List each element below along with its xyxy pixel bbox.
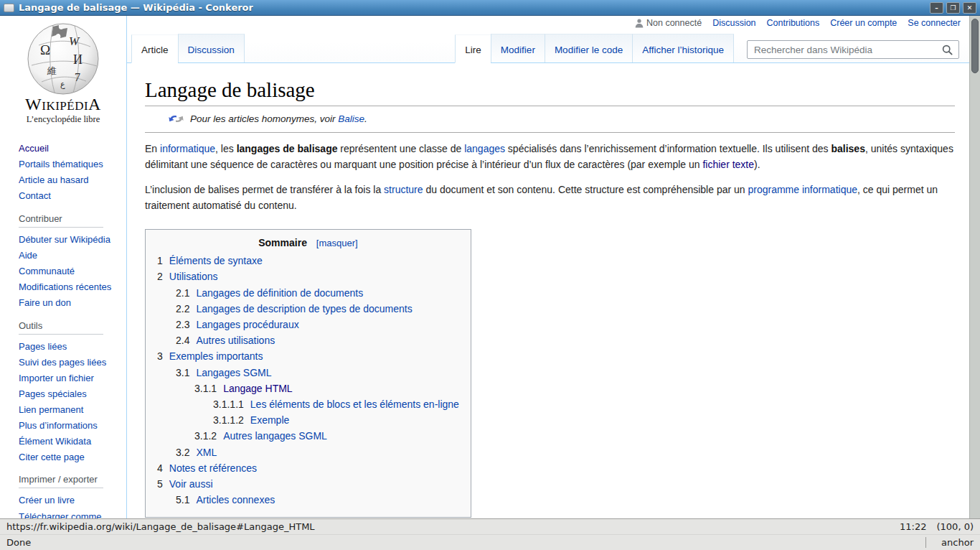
toc-link-langages-de-description-de-types-de-documents[interactable]: Langages de description de types de docu… [196,303,412,314]
sidebar-item-creer-un-livre[interactable]: Créer un livre [19,494,118,507]
sidebar-item-contact[interactable]: Contact [19,190,118,202]
toc-item-3[interactable]: 3Exemples importants [157,348,459,364]
personal-bar: Non connecté DiscussionContributionsCrée… [635,18,961,28]
sidebar-item-pages-speciales[interactable]: Pages spéciales [19,388,118,401]
wiki-link-informatique[interactable]: informatique [160,143,215,154]
sidebar-link-plus-d-informations[interactable]: Plus d’informations [19,420,98,431]
svg-text:Ω: Ω [40,42,50,57]
sidebar-link-contact[interactable]: Contact [19,190,51,201]
toc-link-elements-de-syntaxe[interactable]: Éléments de syntaxe [169,255,263,266]
sidebar-link-pages-speciales[interactable]: Pages spéciales [19,388,87,399]
toc-item-2-1[interactable]: 2.1Langages de définition de documents [157,285,459,301]
sidebar-item-telecharger-comme-pdf[interactable]: Télécharger comme PDF [19,511,118,518]
wiki-link-balise[interactable]: Balise [338,113,364,124]
sidebar-link-lien-permanent[interactable]: Lien permanent [19,404,83,415]
personal-link-se-connecter[interactable]: Se connecter [908,18,961,28]
wiki-link-programme-informatique[interactable]: programme informatique [748,184,857,195]
toc-number: 2.2 [176,303,189,314]
tab-modifier-le-code[interactable]: Modifier le code [545,34,632,62]
tab-modifier[interactable]: Modifier [491,34,545,62]
sidebar-link-article-au-hasard[interactable]: Article au hasard [19,174,89,185]
tab-discussion[interactable]: Discussion [178,34,245,62]
sidebar-link-citer-cette-page[interactable]: Citer cette page [19,452,85,462]
minimize-button[interactable]: – [930,2,943,14]
wiki-link-structure[interactable]: structure [384,184,423,195]
toc-item-3-1-2[interactable]: 3.1.2Autres langages SGML [157,428,459,444]
sidebar-item-citer-cette-page[interactable]: Citer cette page [19,451,118,464]
toc-link-autres-utilisations[interactable]: Autres utilisations [196,335,275,346]
toc-item-2-4[interactable]: 2.4Autres utilisations [157,332,459,348]
toc-item-4[interactable]: 4Notes et références [157,460,459,476]
sidebar-link-creer-un-livre[interactable]: Créer un livre [19,495,75,505]
sidebar-item-communaute[interactable]: Communauté [19,265,118,278]
sidebar-item-pages-liees[interactable]: Pages liées [19,340,118,353]
sidebar-item-debuter-sur-wikipedia[interactable]: Débuter sur Wikipédia [19,233,118,246]
sidebar-item-lien-permanent[interactable]: Lien permanent [19,404,118,416]
toc-link-utilisations[interactable]: Utilisations [169,271,218,282]
toc-hide-toggle[interactable]: [masquer] [316,238,358,248]
toc-link-notes-et-references[interactable]: Notes et références [169,462,257,474]
toc-link-langage-html[interactable]: Langage HTML [223,383,293,394]
sidebar-item-faire-un-don[interactable]: Faire un don [19,297,118,309]
minibuffer-row[interactable]: Done anchor [0,535,980,550]
sidebar-item-article-au-hasard[interactable]: Article au hasard [19,174,118,187]
toc-link-exemple[interactable]: Exemple [250,414,289,426]
toc-item-5[interactable]: 5Voir aussi [157,476,459,492]
scrollbar-thumb[interactable] [971,19,979,73]
toc-link-langages-proceduraux[interactable]: Langages procéduraux [196,319,298,330]
toc-item-1[interactable]: 1Éléments de syntaxe [157,253,459,269]
tab-afficher-l-historique[interactable]: Afficher l’historique [632,34,734,62]
sidebar-link-telecharger-comme-pdf[interactable]: Télécharger comme PDF [19,511,102,518]
search-icon[interactable] [942,45,953,55]
sidebar-link-element-wikidata[interactable]: Élément Wikidata [19,436,91,447]
toc-item-2-2[interactable]: 2.2Langages de description de types de d… [157,301,459,317]
toc-item-5-1[interactable]: 5.1Articles connexes [157,492,459,508]
restore-button[interactable]: ❐ [946,2,960,14]
sidebar-link-portails-thematiques[interactable]: Portails thématiques [19,159,103,169]
close-button[interactable]: ✕ [963,2,976,14]
sidebar-item-plus-d-informations[interactable]: Plus d’informations [19,419,118,432]
sidebar-link-suivi-des-pages-liees[interactable]: Suivi des pages liées [19,357,106,368]
personal-link-contributions[interactable]: Contributions [767,18,820,28]
sidebar-item-importer-un-fichier[interactable]: Importer un fichier [19,372,118,385]
toc-item-2-3[interactable]: 2.3Langages procéduraux [157,317,459,332]
toc-link-exemples-importants[interactable]: Exemples importants [169,350,263,362]
sidebar-link-importer-un-fichier[interactable]: Importer un fichier [19,373,94,383]
sidebar-link-accueil[interactable]: Accueil [19,143,49,154]
sidebar-item-element-wikidata[interactable]: Élément Wikidata [19,435,118,448]
sidebar-item-suivi-des-pages-liees[interactable]: Suivi des pages liées [19,356,118,369]
toc-item-3-1[interactable]: 3.1Langages SGML [157,365,459,381]
sidebar-link-communaute[interactable]: Communauté [19,266,75,276]
sidebar-link-faire-un-don[interactable]: Faire un don [19,297,71,308]
tab-lire[interactable]: Lire [455,34,491,63]
toc-link-autres-langages-sgml[interactable]: Autres langages SGML [223,430,327,442]
tab-article[interactable]: Article [131,34,178,63]
toc-link-les-elements-de-blocs-et-les-elements-en-ligne[interactable]: Les éléments de blocs et les éléments en… [250,398,459,410]
sidebar-link-debuter-sur-wikipedia[interactable]: Débuter sur Wikipédia [19,234,110,245]
toc-item-3-1-1-2[interactable]: 3.1.1.2Exemple [157,412,459,428]
toc-link-langages-de-definition-de-documents[interactable]: Langages de définition de documents [196,287,363,299]
toc-link-xml[interactable]: XML [196,447,217,458]
toc-link-voir-aussi[interactable]: Voir aussi [169,478,213,490]
toc-link-langages-sgml[interactable]: Langages SGML [196,367,271,378]
window-menu-icon[interactable] [4,4,14,12]
vertical-scrollbar[interactable] [969,16,980,518]
search-input[interactable] [748,45,942,55]
toc-item-3-1-1[interactable]: 3.1.1Langage HTML [157,381,459,396]
sidebar-item-accueil[interactable]: Accueil [19,142,118,155]
sidebar-link-aide[interactable]: Aide [19,250,37,261]
toc-link-articles-connexes[interactable]: Articles connexes [196,494,275,505]
wiki-link-fichier-texte[interactable]: fichier texte [702,159,754,170]
toc-item-2[interactable]: 2Utilisations [157,269,459,284]
wiki-link-langages[interactable]: langages [464,143,505,154]
personal-link-creer-un-compte[interactable]: Créer un compte [830,18,897,28]
sidebar-link-pages-liees[interactable]: Pages liées [19,341,67,352]
toc-item-3-1-1-1[interactable]: 3.1.1.1Les éléments de blocs et les élém… [157,396,459,412]
wikipedia-logo[interactable]: Ω W И 維 7 ع WikipédiA L’encyclopédie lib… [0,16,126,125]
sidebar-item-aide[interactable]: Aide [19,249,118,262]
sidebar-item-portails-thematiques[interactable]: Portails thématiques [19,158,118,171]
personal-link-discussion[interactable]: Discussion [712,18,755,28]
sidebar-link-modifications-recentes[interactable]: Modifications récentes [19,281,111,292]
sidebar-item-modifications-recentes[interactable]: Modifications récentes [19,281,118,294]
toc-item-3-2[interactable]: 3.2XML [157,444,459,460]
